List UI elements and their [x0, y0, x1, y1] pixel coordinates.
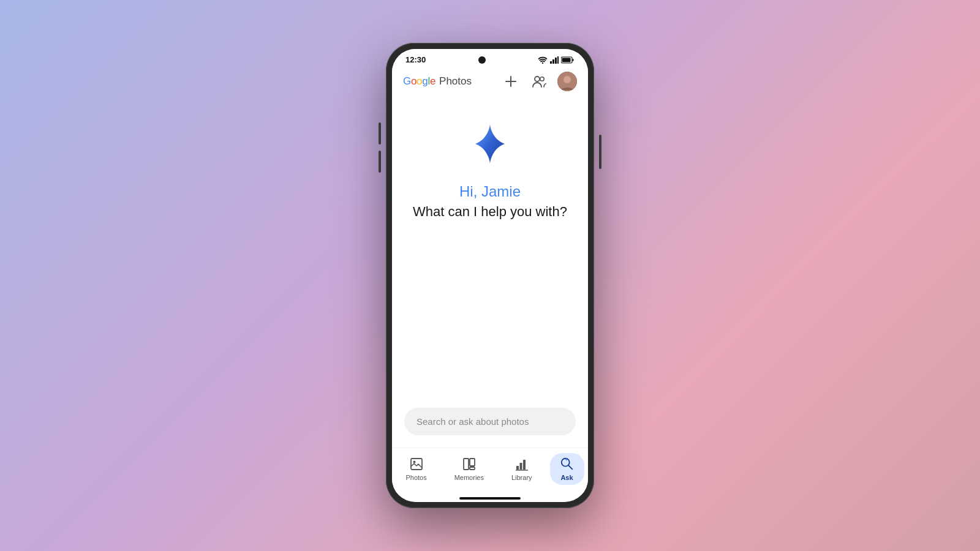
svg-rect-20	[519, 463, 522, 470]
greeting-hi: Hi, Jamie	[459, 183, 521, 200]
home-indicator[interactable]	[459, 497, 521, 500]
ai-sparkle-icon	[468, 122, 512, 166]
add-button[interactable]	[501, 72, 521, 91]
svg-rect-19	[516, 466, 519, 470]
signal-icon	[550, 56, 559, 64]
greeting-help: What can I help you with?	[413, 204, 567, 220]
main-content: Hi, Jamie What can I help you with? Sear…	[392, 97, 588, 448]
svg-rect-6	[562, 58, 571, 62]
people-icon	[532, 75, 546, 88]
svg-point-13	[564, 76, 571, 83]
phone-frame: 12:30	[386, 43, 594, 508]
svg-rect-7	[573, 59, 574, 61]
svg-point-10	[535, 77, 540, 81]
svg-rect-4	[557, 56, 559, 64]
svg-line-24	[568, 465, 571, 469]
memories-nav-label: Memories	[454, 474, 484, 481]
battery-icon	[561, 56, 575, 64]
add-icon	[504, 75, 518, 88]
google-brand-text: Google	[403, 75, 435, 88]
status-icons	[538, 56, 575, 64]
svg-rect-3	[555, 58, 557, 64]
svg-rect-18	[470, 467, 475, 470]
svg-rect-1	[550, 61, 552, 64]
svg-rect-14	[411, 459, 422, 470]
volume-up-button[interactable]	[379, 122, 381, 144]
library-nav-icon	[514, 457, 529, 471]
app-logo: Google Photos	[403, 75, 472, 88]
top-bar: Google Photos	[392, 67, 588, 97]
volume-down-button[interactable]	[379, 151, 381, 173]
photos-nav-icon	[409, 457, 424, 471]
svg-rect-2	[552, 59, 554, 64]
nav-item-memories[interactable]: Memories	[445, 453, 494, 485]
phone-screen: 12:30	[392, 49, 588, 502]
svg-point-15	[413, 461, 415, 463]
search-bar[interactable]: Search or ask about photos	[404, 408, 576, 435]
top-bar-actions	[501, 72, 577, 91]
library-nav-label: Library	[511, 474, 532, 481]
nav-item-library[interactable]: Library	[502, 453, 542, 485]
ask-nav-icon	[560, 457, 575, 471]
bottom-nav: Photos Memories	[392, 448, 588, 495]
photos-nav-label: Photos	[405, 474, 426, 481]
user-avatar[interactable]	[557, 72, 577, 91]
svg-point-0	[542, 62, 543, 63]
memories-nav-icon	[462, 457, 477, 471]
status-time: 12:30	[405, 55, 426, 64]
share-people-button[interactable]	[529, 72, 549, 91]
wifi-icon	[538, 56, 548, 64]
nav-item-ask[interactable]: Ask	[550, 453, 584, 485]
power-button[interactable]	[599, 135, 601, 169]
search-placeholder: Search or ask about photos	[417, 416, 529, 427]
svg-rect-21	[523, 460, 526, 470]
ask-nav-label: Ask	[560, 474, 573, 481]
nav-item-photos[interactable]: Photos	[396, 453, 436, 485]
photos-brand-text: Photos	[439, 75, 472, 88]
svg-rect-17	[470, 459, 475, 466]
camera-notch	[478, 56, 486, 64]
svg-rect-16	[464, 459, 469, 470]
svg-point-11	[540, 77, 544, 81]
front-camera	[478, 56, 486, 64]
avatar-image	[557, 72, 577, 91]
status-bar: 12:30	[392, 49, 588, 67]
